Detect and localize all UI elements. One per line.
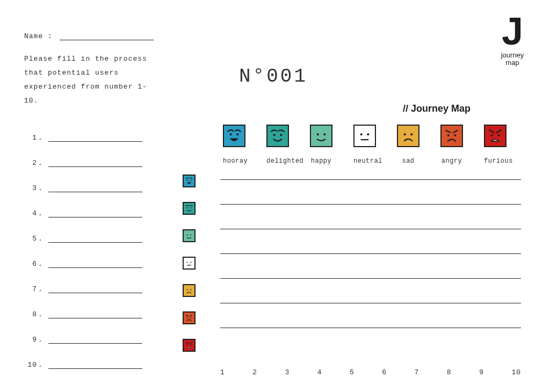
svg-point-30 [187,207,188,208]
name-input-line[interactable] [60,40,154,40]
step-input-line[interactable] [48,166,142,167]
step-number: 5 [24,235,37,243]
logo-letter: J [494,16,531,47]
step-row: 4. [24,209,158,217]
svg-rect-42 [184,313,194,323]
neutral-face-icon [353,125,376,147]
delighted-face-icon [183,202,196,215]
svg-rect-6 [311,126,331,146]
svg-rect-13 [398,126,418,146]
svg-point-36 [187,262,188,263]
svg-point-10 [360,133,363,135]
step-row: 10. [24,361,158,369]
legend-item-neutral: neutral [353,125,376,165]
name-field-row: Name : [24,32,158,40]
furious-face-icon [484,125,506,147]
left-panel: Name : Please fill in the process that p… [24,32,158,386]
legend-label: happy [310,157,332,165]
step-number: 8 [24,310,37,318]
grid-line [220,328,521,328]
mood-legend: hooraydelightedhappyneutralsadangryfurio… [223,125,506,165]
step-input-line[interactable] [48,141,142,142]
x-axis-tick: 6 [382,368,387,376]
legend-item-furious: furious [484,125,506,165]
svg-point-14 [404,133,406,135]
grid-line [220,253,521,254]
step-input-line[interactable] [48,293,142,293]
happy-face-icon [310,125,332,147]
legend-label: sad [397,157,419,165]
axis-face-neutral [183,257,196,272]
happy-face-icon [183,229,196,242]
step-input-line[interactable] [48,318,142,318]
neutral-face-icon [183,257,196,270]
sad-face-icon [397,125,419,147]
section-label: // Journey Map [403,103,471,114]
chart-grid-lines [220,179,521,352]
svg-point-41 [190,289,191,291]
svg-point-8 [323,133,325,135]
grid-line [220,229,521,229]
step-input-line[interactable] [48,217,142,217]
svg-rect-39 [184,285,194,296]
mood-axis-faces [183,175,196,366]
legend-item-sad: sad [397,125,419,165]
sad-face-icon [183,284,196,297]
x-axis-tick: 9 [479,368,484,376]
svg-point-51 [190,344,191,345]
step-number: 6 [24,260,37,268]
delighted-face-icon [266,125,289,147]
svg-point-4 [273,134,276,136]
step-number: 1 [24,134,37,142]
sheet-number-title: N°001 [239,66,308,88]
svg-point-5 [280,134,282,136]
svg-point-37 [190,262,191,263]
step-number: 9 [24,336,37,344]
legend-label: furious [484,157,506,165]
step-input-line[interactable] [48,343,142,344]
x-axis-tick: 3 [285,368,290,376]
x-axis-tick: 10 [511,368,521,376]
svg-point-34 [190,235,191,236]
step-number: 4 [24,209,37,217]
step-input-line[interactable] [48,242,142,243]
axis-face-hooray [183,175,196,190]
svg-point-1 [230,133,232,135]
step-number: 7 [24,285,37,293]
step-row: 7. [24,285,158,293]
svg-point-27 [187,180,188,181]
svg-rect-47 [184,340,194,351]
grid-line [220,204,521,205]
x-axis-tick: 8 [447,368,452,376]
svg-point-45 [187,317,188,318]
svg-point-24 [491,134,493,136]
step-row: 9. [24,336,158,344]
svg-rect-21 [485,126,505,146]
svg-point-33 [187,235,188,236]
x-axis-tick: 7 [415,368,419,376]
axis-face-delighted [183,202,196,217]
grid-line [220,278,521,279]
angry-face-icon [440,125,463,147]
svg-rect-26 [184,176,194,186]
step-row: 8. [24,310,158,318]
svg-rect-9 [354,126,375,146]
step-input-line[interactable] [48,368,142,369]
step-input-line[interactable] [48,192,142,192]
step-number: 10 [24,361,37,369]
step-input-line[interactable] [48,267,142,268]
grid-line [220,179,521,180]
legend-label: neutral [353,157,376,165]
legend-label: hooray [223,157,245,165]
x-axis-tick: 2 [252,368,257,376]
svg-point-28 [190,180,191,181]
svg-point-40 [187,289,188,291]
svg-point-7 [317,133,319,135]
svg-point-19 [447,134,450,136]
step-row: 1. [24,134,158,142]
step-row: 2. [24,159,158,167]
legend-item-angry: angry [440,125,463,165]
svg-point-46 [190,317,191,318]
grid-line [220,303,521,303]
legend-item-delighted: delighted [266,125,289,165]
